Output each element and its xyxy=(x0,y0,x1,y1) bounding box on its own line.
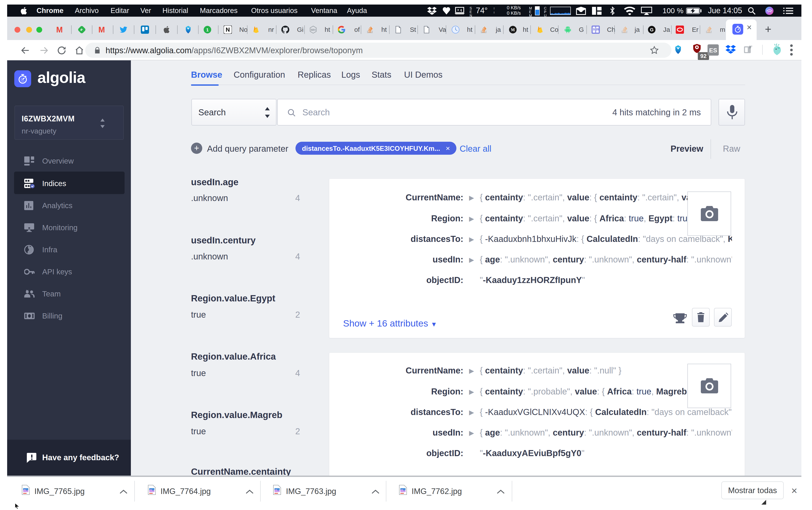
svg-text:JS: JS xyxy=(596,28,599,31)
svg-text:S: S xyxy=(593,28,595,31)
svg-text:1: 1 xyxy=(206,27,208,32)
svg-text:G: G xyxy=(650,27,654,32)
svg-text:M: M xyxy=(511,27,515,32)
svg-text:MH: MH xyxy=(311,28,316,32)
